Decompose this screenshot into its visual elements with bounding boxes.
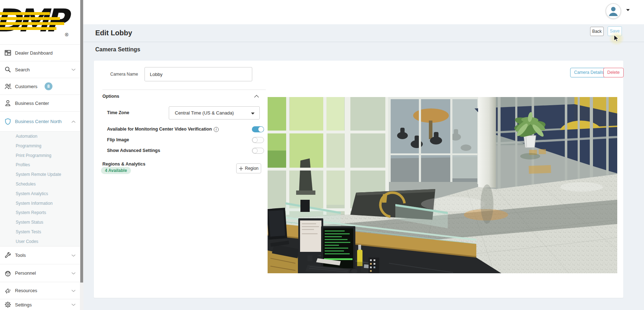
back-button[interactable]: Back — [590, 27, 604, 36]
sidebar-item-dealer-dashboard[interactable]: Dealer Dashboard — [0, 44, 80, 61]
sidebar-subitem-system-tests[interactable]: System Tests — [0, 227, 80, 237]
chevron-down-icon — [71, 303, 76, 306]
delete-button[interactable]: Delete — [603, 68, 624, 77]
sidebar-item-tools[interactable]: Tools — [0, 246, 80, 264]
sidebar-subitem-print-programming[interactable]: Print Programming — [0, 151, 80, 161]
toggle-knob — [258, 127, 264, 132]
show-advanced-settings-toggle[interactable] — [252, 148, 264, 154]
sidebar-subitem-system-status[interactable]: System Status — [0, 218, 80, 227]
page-title: Edit Lobby — [95, 24, 132, 42]
dmp-logo-icon: DMP ® — [0, 0, 80, 44]
mouse-cursor — [613, 35, 620, 42]
sidebar-item-label: Business Center — [15, 101, 49, 106]
options-divider — [102, 90, 266, 90]
dashboard-grid-icon — [4, 49, 11, 56]
sidebar-item-search[interactable]: Search — [0, 61, 80, 78]
chevron-down-icon — [71, 289, 76, 292]
sidebar-scrollbar-thumb[interactable] — [80, 0, 83, 283]
sidebar-item-personnel[interactable]: Personnel — [0, 264, 80, 282]
show-advanced-settings-label: Show Advanced Settings — [107, 148, 160, 154]
svg-text:DMP: DMP — [0, 2, 72, 39]
toggle-knob — [252, 148, 258, 153]
header-divider — [83, 42, 644, 42]
sidebar-item-resources[interactable]: Resources — [0, 282, 80, 299]
sidebar-subitem-user-codes[interactable]: User Codes — [0, 237, 80, 247]
dmp-logo: DMP ® — [0, 0, 80, 44]
gear-icon — [4, 301, 11, 308]
chevron-up-icon — [71, 120, 76, 123]
hard-hat-icon — [4, 270, 11, 277]
toggle-knob — [252, 137, 258, 143]
sidebar-item-settings[interactable]: Settings — [0, 299, 80, 310]
shield-icon — [4, 118, 11, 125]
camera-name-input[interactable] — [144, 67, 252, 81]
wrench-icon — [4, 252, 11, 259]
camera-settings-card: Camera Name Camera Details Delete Option… — [94, 61, 623, 298]
sidebar-subitem-automation[interactable]: Automation — [0, 132, 80, 141]
sidebar-item-label: Settings — [15, 302, 32, 308]
app-root: DMP ® Dealer Dashboard — [0, 0, 644, 310]
sidebar-item-label: Customers — [15, 84, 37, 89]
camera-details-button[interactable]: Camera Details — [570, 68, 608, 77]
camera-name-label: Camera Name — [102, 67, 138, 81]
user-avatar[interactable] — [605, 3, 621, 19]
flip-image-label: Flip Image — [107, 137, 129, 143]
flip-image-toggle[interactable] — [252, 137, 264, 143]
video-verification-label: Available for Monitoring Center Video Ve… — [107, 126, 219, 132]
sidebar-item-label: Tools — [15, 253, 26, 258]
chevron-down-icon — [71, 68, 76, 71]
sidebar-scrollbar[interactable] — [80, 0, 83, 310]
sidebar-subitem-schedules[interactable]: Schedules — [0, 179, 80, 189]
sidebar-subitem-system-reports[interactable]: System Reports — [0, 208, 80, 218]
customers-count-badge: 8 — [45, 82, 52, 90]
camera-feed-image — [268, 97, 617, 273]
section-title: Camera Settings — [95, 46, 140, 53]
svg-text:®: ® — [65, 32, 69, 37]
regions-analytics-title: Regions & Analytics — [102, 162, 145, 167]
sidebar-item-label: Business Center North — [15, 119, 62, 124]
sidebar: DMP ® Dealer Dashboard — [0, 0, 80, 310]
regions-available-badge: 4 Available — [101, 167, 131, 174]
sidebar-subitem-system-information[interactable]: System Information — [0, 199, 80, 208]
account-menu-caret-icon[interactable] — [626, 9, 630, 11]
chevron-down-icon — [71, 254, 76, 257]
info-icon[interactable]: i — [214, 127, 219, 132]
sidebar-item-business-center[interactable]: Business Center — [0, 95, 80, 111]
plus-icon — [239, 166, 243, 171]
collapse-chevron-up-icon[interactable] — [254, 95, 259, 98]
topbar — [83, 0, 644, 24]
time-zone-select[interactable]: Central Time (US & Canada) — [169, 106, 260, 120]
sidebar-item-label: Dealer Dashboard — [15, 50, 53, 56]
person-icon — [4, 100, 11, 107]
select-caret-icon — [251, 112, 255, 115]
add-region-button[interactable]: Region — [236, 163, 261, 173]
sidebar-item-customers[interactable]: Customers 8 — [0, 78, 80, 95]
sidebar-item-business-center-north[interactable]: Business Center North — [0, 111, 80, 131]
sidebar-subitem-profiles[interactable]: Profiles — [0, 160, 80, 170]
megaphone-icon — [4, 287, 11, 294]
customers-icon — [4, 83, 11, 90]
chevron-down-icon — [71, 272, 76, 275]
avatar-person-icon — [607, 5, 619, 17]
sidebar-item-label: Search — [15, 67, 30, 72]
time-zone-label: Time Zone — [107, 106, 129, 120]
sidebar-subitem-programming[interactable]: Programming — [0, 141, 80, 151]
sidebar-subitem-system-remote-update[interactable]: System Remote Update — [0, 170, 80, 179]
video-verification-toggle[interactable] — [252, 126, 264, 132]
sidebar-item-label: Resources — [15, 288, 37, 293]
time-zone-value: Central Time (US & Canada) — [175, 110, 234, 116]
options-title: Options — [102, 94, 119, 99]
sidebar-item-label: Personnel — [15, 270, 36, 276]
sidebar-subitem-system-analytics[interactable]: System Analytics — [0, 189, 80, 199]
search-icon — [4, 66, 11, 73]
sidebar-submenu: Automation Programming Print Programming… — [0, 131, 80, 246]
main-area: Edit Lobby Back Save Camera Settings Cam… — [83, 0, 644, 310]
